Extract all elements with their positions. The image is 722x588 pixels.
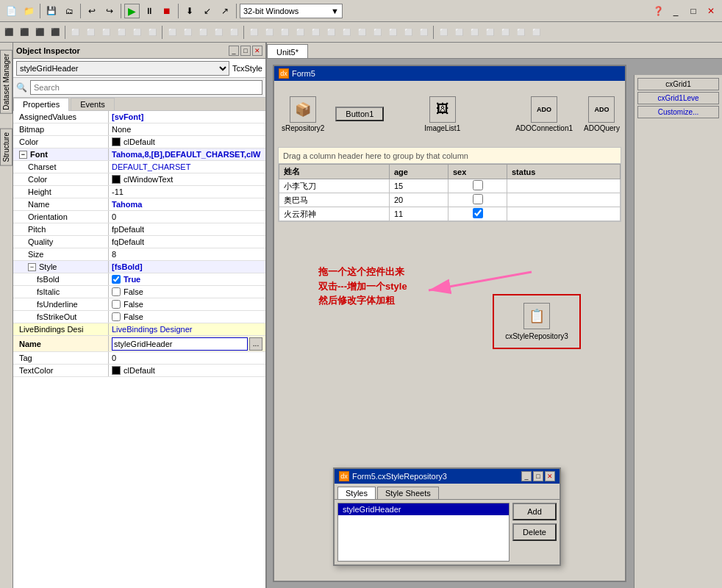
cxgrid1-btn[interactable]: cxGrid1 bbox=[637, 78, 719, 90]
dialog-tab-styles[interactable]: Styles bbox=[337, 487, 376, 499]
prop-value-fsitalic[interactable]: False bbox=[109, 286, 265, 298]
prop-value-livebindings[interactable]: LiveBindings Designer bbox=[109, 323, 265, 335]
style-item-gridheader[interactable]: styleGridHeader bbox=[338, 503, 509, 515]
toolbar-btn-redo[interactable]: ↪ bbox=[101, 3, 118, 19]
tb2-btn-14[interactable]: ⬜ bbox=[277, 25, 292, 40]
button1-btn[interactable]: Button1 bbox=[335, 107, 384, 121]
search-input[interactable] bbox=[30, 80, 262, 95]
prop-value-pitch[interactable]: fpDefault bbox=[109, 223, 265, 235]
platform-dropdown[interactable]: 32-bit Windows ▼ bbox=[240, 4, 343, 18]
tb2-btn-16[interactable]: ⬜ bbox=[308, 25, 323, 40]
inspector-close-btn[interactable]: ✕ bbox=[252, 46, 262, 56]
style-expand-btn[interactable]: − bbox=[28, 263, 36, 271]
prop-value-font-name[interactable]: Tahoma bbox=[109, 198, 265, 210]
toolbar-btn-new[interactable]: 📄 bbox=[3, 3, 19, 19]
inspector-maximize-btn[interactable]: □ bbox=[240, 46, 251, 56]
prop-value-bitmap[interactable]: None bbox=[109, 123, 265, 135]
tab-events[interactable]: Events bbox=[71, 98, 115, 110]
tb2-btn-8[interactable]: ⬜ bbox=[180, 25, 195, 40]
prop-value-style[interactable]: [fsBold] bbox=[109, 261, 265, 273]
tb2-btn-21[interactable]: ⬜ bbox=[385, 25, 400, 40]
fsunderline-checkbox[interactable] bbox=[112, 300, 121, 309]
prop-value-fsbold[interactable]: True bbox=[109, 273, 265, 285]
tb2-btn-18[interactable]: ⬜ bbox=[339, 25, 354, 40]
name-ellipsis-btn[interactable]: ... bbox=[249, 337, 262, 351]
prop-value-charset[interactable]: DEFAULT_CHARSET bbox=[109, 161, 265, 173]
tb2-btn-13[interactable]: ⬜ bbox=[262, 25, 276, 40]
tb2-btn-20[interactable]: ⬜ bbox=[370, 25, 385, 40]
form-comp-adoconn1[interactable]: ADO ADOConnection1 bbox=[515, 96, 573, 132]
dialog-close-btn[interactable]: ✕ bbox=[545, 471, 555, 481]
align-top-btn[interactable]: ⬛ bbox=[32, 25, 47, 40]
prop-value-color[interactable]: clDefault bbox=[109, 136, 265, 148]
tb2-btn-9[interactable]: ⬜ bbox=[196, 25, 210, 40]
toolbar-btn-help[interactable]: ❓ bbox=[650, 3, 666, 19]
tb2-btn-6[interactable]: ⬜ bbox=[145, 25, 160, 40]
prop-value-size[interactable]: 8 bbox=[109, 248, 265, 260]
sex-checkbox-1[interactable] bbox=[473, 180, 483, 190]
toolbar-btn-step[interactable]: ⬇ bbox=[182, 3, 198, 19]
fsbold-checkbox[interactable] bbox=[112, 275, 121, 284]
tb2-btn-10[interactable]: ⬜ bbox=[211, 25, 226, 40]
prop-value-font[interactable]: Tahoma,8,[B],DEFAULT_CHARSET,clW bbox=[109, 148, 265, 160]
tb2-btn-30[interactable]: ⬜ bbox=[529, 25, 543, 40]
sex-checkbox-3[interactable] bbox=[473, 208, 483, 218]
tb2-btn-19[interactable]: ⬜ bbox=[354, 25, 369, 40]
stop-button[interactable]: ⏹ bbox=[159, 3, 175, 19]
font-expand-btn[interactable]: − bbox=[19, 151, 27, 159]
prop-value-height[interactable]: -11 bbox=[109, 186, 265, 198]
delete-style-btn[interactable]: Delete bbox=[512, 523, 557, 541]
tb2-btn-7[interactable]: ⬜ bbox=[165, 25, 179, 40]
toolbar-btn-save[interactable]: 💾 bbox=[43, 3, 60, 19]
tb2-btn-12[interactable]: ⬜ bbox=[246, 25, 261, 40]
toolbar-btn-step2[interactable]: ↙ bbox=[199, 3, 215, 19]
tb2-btn-15[interactable]: ⬜ bbox=[293, 25, 307, 40]
align-left-btn[interactable]: ⬛ bbox=[1, 25, 16, 40]
prop-value-fsstrikeout[interactable]: False bbox=[109, 311, 265, 323]
pause-button[interactable]: ⏸ bbox=[141, 3, 157, 19]
toolbar-btn-maximize[interactable]: □ bbox=[685, 3, 701, 19]
structure-tab[interactable]: Structure bbox=[0, 129, 12, 166]
prop-value-textcolor[interactable]: clDefault bbox=[109, 365, 265, 376]
toolbar-btn-open[interactable]: 📁 bbox=[21, 3, 37, 19]
tb2-btn-24[interactable]: ⬜ bbox=[436, 25, 451, 40]
fsitalic-checkbox[interactable] bbox=[112, 287, 121, 296]
tb2-btn-25[interactable]: ⬜ bbox=[451, 25, 466, 40]
dialog-tab-stylesheets[interactable]: Style Sheets bbox=[377, 487, 439, 499]
name-input-field[interactable] bbox=[112, 337, 248, 351]
prop-value-orientation[interactable]: 0 bbox=[109, 211, 265, 223]
dataset-manager-tab[interactable]: Dataset Manager bbox=[0, 50, 12, 114]
sex-checkbox-2[interactable] bbox=[473, 194, 483, 204]
tb2-btn-17[interactable]: ⬜ bbox=[324, 25, 338, 40]
toolbar-btn-step3[interactable]: ↗ bbox=[217, 3, 233, 19]
cx-style-repo3-comp[interactable]: 📋 cxStyleRepository3 bbox=[493, 294, 581, 349]
inspector-minimize-btn[interactable]: _ bbox=[229, 46, 239, 56]
tb2-btn-3[interactable]: ⬜ bbox=[99, 25, 113, 40]
run-button[interactable]: ▶ bbox=[124, 4, 140, 18]
tb2-btn-11[interactable]: ⬜ bbox=[226, 25, 241, 40]
toolbar-btn-minimize[interactable]: _ bbox=[668, 3, 684, 19]
toolbar-btn-saveall[interactable]: 🗂 bbox=[61, 3, 77, 19]
component-dropdown[interactable]: styleGridHeader bbox=[16, 61, 229, 76]
tb2-btn-1[interactable]: ⬜ bbox=[68, 25, 82, 40]
prop-value-quality[interactable]: fqDefault bbox=[109, 236, 265, 248]
add-style-btn[interactable]: Add bbox=[512, 503, 557, 520]
tb2-btn-26[interactable]: ⬜ bbox=[467, 25, 482, 40]
tb2-btn-27[interactable]: ⬜ bbox=[482, 25, 497, 40]
tb2-btn-4[interactable]: ⬜ bbox=[114, 25, 129, 40]
prop-value-tag[interactable]: 0 bbox=[109, 352, 265, 364]
align-bottom-btn[interactable]: ⬛ bbox=[48, 25, 62, 40]
form-comp-imagelist1[interactable]: 🖼 ImageList1 bbox=[424, 96, 460, 132]
fsstrikeout-checkbox[interactable] bbox=[112, 312, 121, 321]
cxgrid1leve-btn[interactable]: cxGrid1Leve bbox=[637, 92, 719, 104]
tab-properties[interactable]: Properties bbox=[13, 98, 69, 111]
tb2-btn-22[interactable]: ⬜ bbox=[401, 25, 415, 40]
dialog-max-btn[interactable]: □ bbox=[533, 471, 543, 481]
tb2-btn-2[interactable]: ⬜ bbox=[83, 25, 98, 40]
customize-btn[interactable]: Customize... bbox=[637, 106, 719, 118]
toolbar-btn-close[interactable]: ✕ bbox=[703, 3, 719, 19]
tab-unit5[interactable]: Unit5* bbox=[267, 44, 308, 58]
tb2-btn-29[interactable]: ⬜ bbox=[513, 25, 528, 40]
align-right-btn[interactable]: ⬛ bbox=[17, 25, 32, 40]
tb2-btn-23[interactable]: ⬜ bbox=[416, 25, 431, 40]
